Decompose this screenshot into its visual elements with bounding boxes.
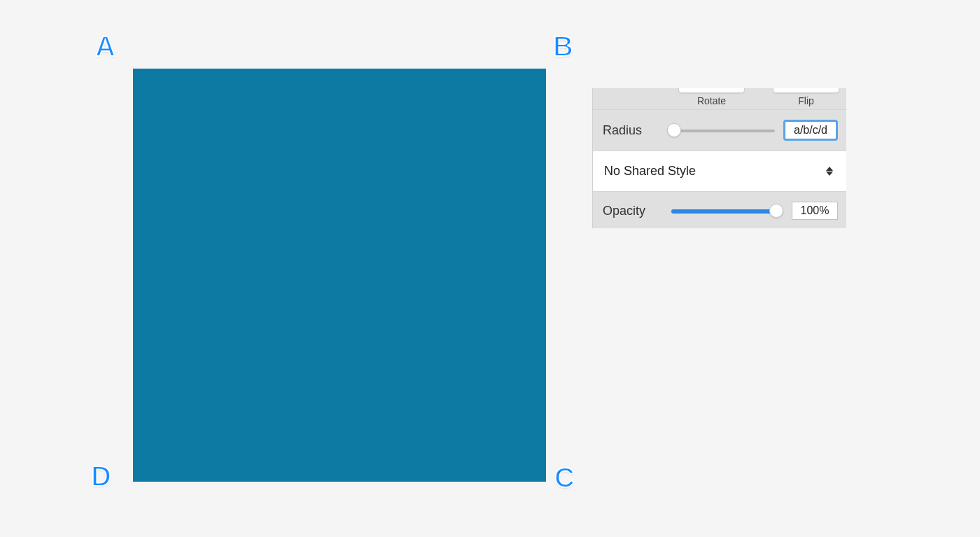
radius-slider-track	[667, 130, 775, 132]
flip-button-stub[interactable]	[773, 88, 839, 93]
radius-row: Radius	[593, 109, 846, 151]
opacity-row: Opacity	[593, 192, 846, 220]
flip-label: Flip	[773, 95, 839, 106]
shared-style-dropdown[interactable]: No Shared Style	[593, 151, 846, 192]
inspector-panel: Rotate Flip Radius No Shared Style Opaci…	[592, 88, 846, 228]
flip-control[interactable]: Flip	[773, 88, 839, 106]
radius-slider[interactable]	[667, 123, 775, 137]
corner-label-c: C	[554, 462, 575, 494]
opacity-label: Opacity	[603, 204, 671, 218]
opacity-slider-fill	[671, 209, 783, 214]
radius-input[interactable]	[783, 120, 838, 141]
opacity-slider-thumb[interactable]	[769, 204, 783, 218]
opacity-slider[interactable]	[671, 204, 783, 218]
corner-label-d: D	[91, 461, 111, 492]
corner-label-a: A	[95, 31, 115, 62]
rotate-label: Rotate	[678, 95, 745, 106]
chevron-up-down-icon	[824, 165, 835, 179]
corner-label-b: B	[553, 31, 573, 62]
shared-style-label: No Shared Style	[604, 164, 696, 179]
radius-slider-thumb[interactable]	[667, 123, 681, 137]
transform-row: Rotate Flip	[593, 88, 846, 109]
rotate-control[interactable]: Rotate	[678, 88, 745, 106]
opacity-input[interactable]	[792, 202, 838, 220]
radius-label: Radius	[603, 123, 667, 138]
rotate-button-stub[interactable]	[678, 88, 745, 93]
canvas-rectangle[interactable]	[133, 69, 546, 482]
